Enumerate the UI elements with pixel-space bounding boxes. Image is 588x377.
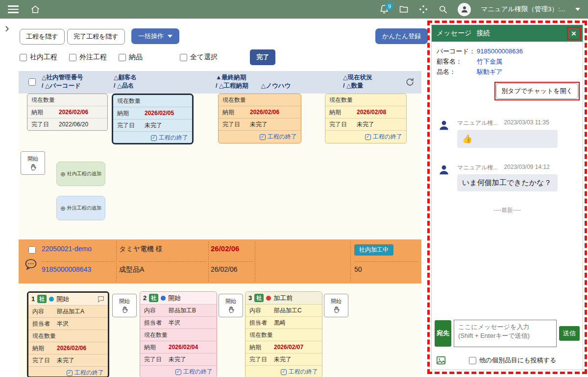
add-external-process-button[interactable]: ⊕ 外注工程の追加 (56, 196, 105, 220)
col-status-header[interactable]: △現在状況 / △数量 (343, 73, 372, 90)
notifications-button[interactable]: 9 (379, 4, 389, 14)
item-due-cell[interactable]: 26/02/06 26/02/06 (211, 244, 253, 273)
easy-register-button[interactable]: かんたん登録 (375, 28, 428, 44)
end-process-link[interactable]: ✓工程の終了 (140, 366, 217, 377)
barcode-label: バーコード： (437, 47, 477, 56)
process-card[interactable]: 3 社 加工前 内容部品加工C 担当者黒崎 現在数量 納期2026/02/07 … (245, 291, 322, 377)
col-due-header[interactable]: ▲最終納期 / △工程納期 △ノウハウ (216, 73, 291, 90)
add-internal-process-button[interactable]: ⊕ 社内工程の追加 (56, 162, 105, 186)
send-button[interactable]: 送信 (559, 326, 580, 341)
end-process-label: 工程の終了 (373, 133, 402, 141)
start-drop-zone[interactable]: 開始 (219, 294, 243, 317)
item-barcode[interactable]: 9185000008643 (42, 265, 114, 273)
owner-value: 半沢 (169, 319, 180, 327)
apps-icon[interactable] (418, 4, 428, 14)
end-process-link[interactable]: ✓工程の終了 (28, 367, 108, 377)
message-sender: マニュアル権... (457, 164, 498, 172)
end-process-link[interactable]: ✓工程の終了 (245, 366, 322, 377)
process-card-selected[interactable]: 現在数量 納期2026/02/05 完了日未完了 ✓工程の終了 (112, 94, 194, 144)
menu-icon[interactable] (8, 5, 19, 13)
due-date: 2026/02/05 (145, 110, 174, 117)
filter-external-checkbox[interactable] (69, 54, 76, 61)
end-process-link[interactable]: ✓工程の終了 (113, 132, 192, 144)
select-all-checkbox[interactable] (180, 54, 187, 61)
filter-internal-label: 社内工程 (30, 53, 57, 62)
end-process-link[interactable]: ✓工程の終了 (219, 131, 301, 143)
message: マニュアル権... 2023/03/09 14:12 いま何個加工できたかな？ (432, 162, 583, 193)
done-date: 2022/06/20 (59, 121, 88, 128)
item-product: 成型品A (119, 265, 206, 274)
process-card[interactable]: 現在数量 納期2026/02/06 完了日未完了 ✓工程の終了 (218, 94, 301, 143)
expand-sidebar-button[interactable]: › (5, 22, 9, 34)
filter-external[interactable]: 外注工程 (69, 53, 107, 62)
message-input[interactable] (454, 320, 557, 347)
home-icon[interactable] (30, 4, 40, 14)
col-knowhow-header[interactable]: △ノウハウ (261, 82, 291, 90)
user-menu-label[interactable]: マニュアル権限（管理3）:... (481, 5, 565, 14)
check-icon: ✓ (260, 134, 266, 140)
plus-icon: ⊕ (60, 170, 66, 178)
avatar[interactable] (458, 3, 471, 16)
due-date: 2026/02/06 (57, 345, 86, 352)
col-customer-header[interactable]: △顧客名 / △品名 (114, 73, 137, 90)
chevron-down-icon[interactable] (575, 8, 580, 11)
filter-select-all[interactable]: 全て選択 (180, 53, 218, 62)
start-drop-zone[interactable]: 開始 (21, 151, 45, 175)
item-quantity: 50 (354, 265, 418, 273)
item-row[interactable]: 22050021-demo 9185000008643 タミヤ電機 様 成型品A… (19, 239, 421, 283)
filter-external-label: 外注工程 (79, 53, 107, 62)
process-card-header: 1 社 開始 (28, 293, 108, 306)
open-chat-new-tab-button[interactable]: 別タブでチャットを開く (496, 83, 578, 99)
post-other-checkbox[interactable] (469, 357, 476, 364)
close-icon[interactable]: × (571, 29, 576, 38)
start-drop-zone[interactable]: 開始 (112, 294, 137, 317)
process-card[interactable]: 現在数量 納期2026/02/08 完了日未完了 ✓工程の終了 (325, 94, 407, 143)
chat-title: メッセージ (437, 29, 471, 38)
attach-image-icon[interactable] (436, 355, 446, 366)
process-card[interactable]: 2 社 開始 内容部品加工B 担当者半沢 現在数量 納期2026/02/04 完… (140, 291, 217, 377)
col-manage-header[interactable]: △社内管理番号 / △バーコード (42, 73, 83, 90)
post-to-other-items[interactable]: 他の個別品目にも投稿する (469, 356, 557, 365)
due-label: 納期 (249, 343, 274, 352)
select-all-label: 全て選択 (190, 53, 218, 62)
start-drop-zone[interactable]: 開始 (324, 294, 348, 317)
search-icon[interactable] (438, 4, 448, 14)
end-process-label: 工程の終了 (74, 369, 104, 377)
filter-internal-checkbox[interactable] (20, 54, 27, 61)
hide-process-button[interactable]: 工程を隠す (20, 29, 65, 45)
process-number: 2 (143, 294, 147, 302)
customer-value[interactable]: 竹下金属 (477, 58, 502, 65)
filter-internal[interactable]: 社内工程 (20, 53, 57, 62)
check-icon: ✓ (365, 134, 371, 140)
item-chat-icon[interactable] (24, 257, 38, 274)
start-label: 開始 (331, 298, 342, 305)
chat-panel-highlight: メッセージ 接続 × バーコード：9185000008636 顧客名：竹下金属 … (427, 21, 587, 374)
item-row-checkbox[interactable] (28, 246, 36, 254)
recipient-button[interactable]: 宛先 (435, 320, 451, 347)
end-process-link[interactable]: ✓工程の終了 (325, 131, 406, 143)
content-label: 内容 (32, 307, 57, 316)
comment-icon[interactable] (97, 295, 105, 303)
table-header: △社内管理番号 / △バーコード △顧客名 / △品名 ▲最終納期 / △工程納… (19, 71, 421, 94)
process-lane-2: 1 社 開始 内容部品加工A 担当者半沢 現在数量 納期2026/02/06 完… (19, 283, 421, 377)
hide-completed-button[interactable]: 完了工程を隠す (67, 29, 125, 45)
process-card-selected[interactable]: 1 社 開始 内容部品加工A 担当者半沢 現在数量 納期2026/02/06 完… (27, 291, 109, 377)
start-label: 開始 (225, 298, 236, 305)
start-label: 開始 (119, 298, 130, 305)
item-id-cell[interactable]: 22050021-demo 9185000008643 (42, 244, 114, 273)
refresh-icon[interactable] (405, 77, 415, 89)
product-value[interactable]: 駆動ギア (477, 68, 503, 75)
header-checkbox[interactable] (28, 78, 36, 86)
filter-delivery[interactable]: 納品 (119, 53, 143, 62)
barcode-value[interactable]: 9185000008636 (477, 47, 523, 55)
item-customer-cell[interactable]: タミヤ電機 様 成型品A (119, 244, 206, 274)
filter-delivery-checkbox[interactable] (119, 54, 126, 61)
complete-button[interactable]: 完了 (250, 49, 275, 65)
qty-label: 現在数量 (249, 331, 274, 339)
folder-icon[interactable] (399, 4, 409, 14)
item-status-cell[interactable]: 社内加工中 50 (354, 244, 418, 273)
item-id-link[interactable]: 22050021-demo (42, 244, 110, 253)
bulk-action-button[interactable]: 一括操作 (131, 28, 179, 44)
process-card[interactable]: 現在数量 納期2026/02/06 完了日2022/06/20 (27, 94, 108, 131)
composer-options: 他の個別品目にも投稿する (436, 355, 579, 366)
